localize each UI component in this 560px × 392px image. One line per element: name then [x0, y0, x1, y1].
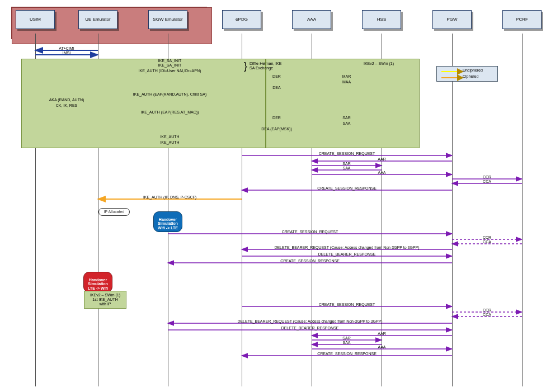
arrow-label-5: DER — [272, 74, 281, 78]
arrow-label-13: DER — [272, 116, 281, 120]
arrow-label-26: CREATE_SESSION_RESPONSE — [317, 186, 377, 190]
arrow-label-1: IMSI — [63, 51, 70, 55]
arrow-label-19: CREATE_SESSION_REQUEST — [319, 152, 375, 155]
arrow-label-9: IKE_AUTH (EAP(RAND,AUTN), Child SA) — [133, 92, 206, 96]
participant-pgw: PGW — [432, 10, 472, 29]
arrow-label-17: IKE_AUTH — [160, 135, 179, 139]
arrow-label-43: CREATE_SESSION_RESPONSE — [317, 352, 377, 356]
arrow-label-11: CK, IK, RES — [56, 103, 78, 107]
participant-ue: UE Emulator — [78, 10, 117, 29]
participant-sgw: SGW Emulator — [148, 10, 187, 29]
cipher-legend: Unciphered Ciphered — [436, 66, 498, 82]
arrow-label-18: IKE_AUTH — [160, 140, 179, 144]
diffie-hellman-note: Diffie-Helman, IKE SA Exchange — [250, 62, 281, 70]
arrow-label-4: IKE_AUTH (IDi=User NAI,IDr=APN) — [139, 69, 201, 73]
arrow-label-12: IKE_AUTH (EAP(RES,AT_MAC)) — [141, 110, 199, 114]
participant-pcrf: PCRF — [502, 10, 542, 29]
arrow-label-0: AT+CIMI — [59, 46, 74, 50]
arrow-label-23: AAA — [378, 171, 385, 174]
arrow-label-7: MAA — [342, 80, 351, 84]
brace-icon: } — [244, 60, 247, 72]
arrow-label-37: DELETE_BEARER_REQUEST (Cause: Access cha… — [237, 319, 382, 323]
arrow-label-28: CREATE_SESSION_REQUEST — [282, 230, 338, 234]
arrow-label-3: IKE_SA_INIT — [158, 63, 182, 67]
ikev2-swm-box-right — [266, 59, 420, 148]
arrow-label-20: AAR — [378, 157, 385, 161]
arrow-label-30: CCA — [483, 240, 491, 244]
participant-epdg: ePDG — [222, 10, 261, 29]
arrow-label-40: SAR — [342, 336, 350, 340]
participant-aaa: AAA — [292, 10, 331, 29]
arrow-label-35: CCR — [483, 308, 491, 312]
arrow-label-33: CREATE_SESSION_RESPONSE — [280, 259, 340, 263]
arrow-label-41: SAA — [342, 341, 350, 344]
arrow-label-34: CREATE_SESSION_REQUEST — [319, 303, 375, 306]
arrow-label-32: DELETE_BEARER_RESPONSE — [318, 252, 376, 256]
arrow-label-25: CCA — [483, 180, 491, 183]
legend-ciphered: Ciphered — [463, 74, 478, 78]
ikev2-swm-label: IKEv2 – SWm (1) — [364, 62, 394, 66]
participant-hss: HSS — [362, 10, 401, 29]
arrow-label-38: DELETE_BEARER_RESPONSE — [281, 326, 339, 330]
arrow-label-42: AAA — [378, 345, 385, 349]
arrow-label-31: DELETE_BEARER_REQUEST (Cause: Access cha… — [274, 245, 419, 249]
arrow-label-16: DEA (EAP(MSK)) — [261, 127, 291, 131]
arrow-label-14: SAR — [342, 116, 350, 120]
arrow-label-24: CCR — [483, 175, 491, 179]
arrow-label-8: DEA — [272, 86, 280, 89]
arrow-label-10: AKA (RAND, AUTN) — [49, 98, 84, 102]
arrow-label-27: IKE_AUTH (IP, DNS, P-CSCF) — [143, 195, 196, 199]
arrow-label-2: IKE_SA_INIT — [158, 59, 182, 63]
arrow-label-29: CCR — [483, 235, 491, 239]
arrow-label-15: SAA — [342, 121, 350, 125]
arrow-label-22: SAA — [342, 166, 350, 170]
arrow-label-21: SAR — [342, 162, 350, 166]
arrow-label-36: CCA — [483, 313, 491, 317]
legend-unciphered: Unciphered — [463, 68, 483, 72]
arrow-label-6: MAR — [342, 74, 351, 78]
arrow-label-39: AAR — [378, 332, 385, 336]
participant-usim: USIM — [16, 10, 55, 29]
